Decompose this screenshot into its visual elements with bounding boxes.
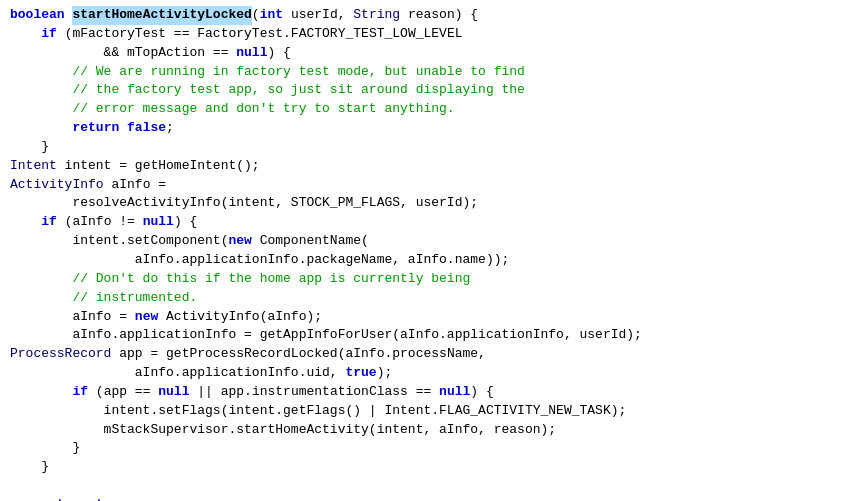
code-line: aInfo = new ActivityInfo(aInfo); [0,308,861,327]
code-token: intent.setFlags(intent.getFlags() | Inte… [10,402,626,421]
code-token: // Don't do this if the home app is curr… [10,270,470,289]
code-token: aInfo = [10,308,135,327]
code-line: ProcessRecord app = getProcessRecordLock… [0,345,861,364]
code-token: null [439,383,470,402]
code-token [10,213,41,232]
code-token: // error message and don't try to start … [10,100,455,119]
code-token: aInfo.applicationInfo.packageName, aInfo… [10,251,509,270]
code-line: intent.setFlags(intent.getFlags() | Inte… [0,402,861,421]
code-token: aInfo.applicationInfo = getAppInfoForUse… [10,326,642,345]
code-token: } [10,458,49,477]
code-token: new [228,232,251,251]
code-line: return false; [0,119,861,138]
code-line: // instrumented. [0,289,861,308]
code-token: intent.setComponent( [10,232,228,251]
code-token: String [353,6,400,25]
code-line: boolean startHomeActivityLocked(int user… [0,6,861,25]
code-token: userId, [283,6,353,25]
code-line: // the factory test app, so just sit aro… [0,81,861,100]
code-line: mStackSupervisor.startHomeActivity(inten… [0,421,861,440]
code-token: return [72,119,119,138]
code-token: // We are running in factory test mode, … [10,63,525,82]
code-line: aInfo.applicationInfo.uid, true); [0,364,861,383]
code-token: && mTopAction == [10,44,236,63]
code-line: aInfo.applicationInfo = getAppInfoForUse… [0,326,861,345]
code-token [10,496,41,501]
code-line: // We are running in factory test mode, … [0,63,861,82]
code-token [88,496,96,501]
code-token: if [41,213,57,232]
code-token: ) { [174,213,197,232]
code-token: reason) { [400,6,478,25]
code-token: ActivityInfo [10,176,104,195]
code-token: ); [377,364,393,383]
code-token: resolveActivityInfo(intent, STOCK_PM_FLA… [10,194,478,213]
code-token: Intent [10,157,57,176]
code-token: return [41,496,88,501]
code-token [119,119,127,138]
code-line: // Don't do this if the home app is curr… [0,270,861,289]
code-token [65,6,73,25]
code-line [0,477,861,496]
code-token: if [41,25,57,44]
code-token: (mFactoryTest == FactoryTest.FACTORY_TES… [57,25,463,44]
code-line: } [0,439,861,458]
code-token: false [127,119,166,138]
code-line: } [0,138,861,157]
code-token: new [135,308,158,327]
code-line: return true; [0,496,861,501]
code-line: ActivityInfo aInfo = [0,176,861,195]
code-line: if (aInfo != null) { [0,213,861,232]
code-token: null [143,213,174,232]
code-token: ActivityInfo(aInfo); [158,308,322,327]
code-line: Intent intent = getHomeIntent(); [0,157,861,176]
code-token [10,25,41,44]
code-line: aInfo.applicationInfo.packageName, aInfo… [0,251,861,270]
code-line: intent.setComponent(new ComponentName( [0,232,861,251]
code-token [10,383,72,402]
code-token: ( [252,6,260,25]
code-editor: boolean startHomeActivityLocked(int user… [0,0,861,501]
code-token: // the factory test app, so just sit aro… [10,81,525,100]
code-token: } [10,439,80,458]
code-token: (app == [88,383,158,402]
code-token [10,119,72,138]
code-token: intent = getHomeIntent(); [57,157,260,176]
code-token: true [96,496,127,501]
code-line: if (app == null || app.instrumentationCl… [0,383,861,402]
code-token: || app.instrumentationClass == [189,383,439,402]
code-token: if [72,383,88,402]
code-token: ProcessRecord [10,345,111,364]
code-token: ) { [267,44,290,63]
code-token: null [158,383,189,402]
code-token: aInfo.applicationInfo.uid, [10,364,345,383]
code-token: // instrumented. [10,289,197,308]
code-token: true [345,364,376,383]
code-line: // error message and don't try to start … [0,100,861,119]
code-token: aInfo = [104,176,166,195]
code-token: app = getProcessRecordLocked(aInfo.proce… [111,345,485,364]
code-token: startHomeActivityLocked [72,6,251,25]
code-line: if (mFactoryTest == FactoryTest.FACTORY_… [0,25,861,44]
code-line: && mTopAction == null) { [0,44,861,63]
code-token: int [260,6,283,25]
code-token: boolean [10,6,65,25]
code-token: ; [166,119,174,138]
code-token: (aInfo != [57,213,143,232]
code-line: resolveActivityInfo(intent, STOCK_PM_FLA… [0,194,861,213]
code-token: ; [127,496,135,501]
code-token: mStackSupervisor.startHomeActivity(inten… [10,421,556,440]
code-line: } [0,458,861,477]
code-token: ) { [470,383,493,402]
code-token: } [10,138,49,157]
code-token: ComponentName( [252,232,369,251]
code-token: null [236,44,267,63]
